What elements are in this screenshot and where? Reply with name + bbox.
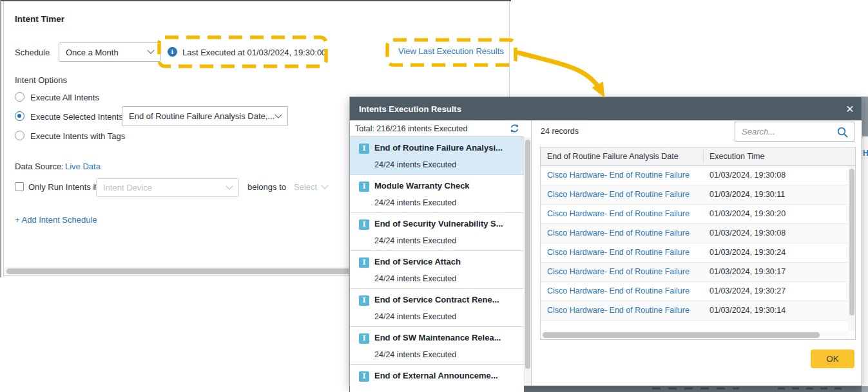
table-row: Cisco Hardware- End of Routine Failure 0… — [541, 301, 847, 321]
column-header-date: End of Routine Failure Analysis Date — [547, 152, 679, 161]
intent-list-item[interactable]: I End of Service Contract Rene... 24/24 … — [350, 289, 524, 327]
belongs-to-select-dropdown[interactable]: Select — [294, 182, 327, 192]
intent-list-item[interactable]: I End of Service Attach 24/24 intents Ex… — [350, 251, 524, 289]
intent-result-link[interactable]: Cisco Hardware- End of Routine Failure — [547, 209, 700, 218]
execution-time: 01/03/2024, 19:30:27 — [709, 286, 786, 295]
table-row: Cisco Hardware- End of Routine Failure 0… — [541, 263, 847, 282]
intent-status: 24/24 intents Executed — [374, 236, 456, 245]
page-title: Intent Timer — [15, 14, 64, 24]
selected-intents-dropdown[interactable]: End of Routine Failure Analysis Date,... — [122, 106, 288, 126]
total-executed-text: Total: 216/216 intents Executed — [355, 124, 467, 133]
search-box — [735, 122, 854, 142]
intent-icon: I — [359, 295, 369, 306]
info-icon: i — [168, 47, 177, 57]
intent-status: 24/24 intents Executed — [374, 160, 456, 169]
intent-status: 24/24 intents Executed — [374, 350, 456, 359]
intent-name: Module Warranty Check — [374, 181, 470, 191]
records-count: 24 records — [541, 127, 579, 136]
total-row: Total: 216/216 intents Executed — [350, 120, 524, 137]
table-row: Cisco Hardware- End of Routine Failure 0… — [541, 166, 847, 185]
intent-result-link[interactable]: Cisco Hardware- End of Routine Failure — [547, 229, 700, 238]
radio-execute-all-intents-label: Execute All Intents — [30, 93, 99, 102]
intent-status: 24/24 intents Executed — [374, 198, 456, 207]
data-source-link[interactable]: Live Data — [65, 162, 101, 171]
intent-list-item[interactable]: I End of Routine Failure Analysi... 24/2… — [350, 137, 524, 175]
schedule-dropdown[interactable]: Once a Month — [59, 42, 160, 62]
data-source-label: Data Source: — [15, 162, 64, 171]
intent-name: End of Service Attach — [374, 257, 461, 266]
schedule-dropdown-value: Once a Month — [66, 48, 119, 57]
intent-icon: I — [359, 371, 369, 382]
intent-result-link[interactable]: Cisco Hardware- End of Routine Failure — [547, 171, 700, 180]
execution-time: 01/03/2024, 19:30:24 — [709, 248, 786, 257]
radio-execute-selected-intents[interactable] — [15, 111, 24, 121]
radio-execute-intents-with-tags-label: Execute Intents with Tags — [30, 131, 125, 141]
background-fragment — [862, 386, 868, 392]
intent-list-item[interactable]: I End of SW Maintenance Relea... 24/24 i… — [350, 327, 524, 365]
intent-name: End of Service Contract Rene... — [374, 295, 499, 304]
intent-result-link[interactable]: Cisco Hardware- End of Routine Failure — [547, 306, 700, 315]
intent-result-link[interactable]: Cisco Hardware- End of Routine Failure — [547, 267, 700, 276]
ok-button[interactable]: OK — [811, 350, 854, 368]
intent-icon: I — [359, 333, 369, 344]
close-icon[interactable]: × — [846, 102, 854, 115]
dialog-header: Intents Execution Results × — [350, 97, 862, 120]
execution-time: 01/03/2024, 19:30:11 — [709, 190, 785, 199]
radio-execute-intents-with-tags[interactable] — [15, 131, 24, 140]
table-row: Cisco Hardware- End of Routine Failure 0… — [541, 205, 847, 224]
results-pane: 24 records End of Routine Failure Analys… — [532, 120, 862, 386]
intent-name: End of SW Maintenance Relea... — [374, 333, 501, 342]
radio-execute-selected-intents-label: Execute Selected Intents — [30, 112, 123, 122]
intent-result-link[interactable]: Cisco Hardware- End of Routine Failure — [547, 286, 700, 295]
radio-execute-all-intents[interactable] — [15, 92, 24, 102]
background-text-marks — [652, 387, 739, 389]
intent-list-item[interactable]: I End of External Announceme... — [350, 365, 524, 392]
execution-results-table: End of Routine Failure Analysis Date Exe… — [540, 147, 856, 340]
screen: Intent Timer Schedule Once a Month i Las… — [0, 0, 868, 392]
intents-execution-results-dialog: Intents Execution Results × Total: 216/2… — [349, 97, 862, 386]
table-row: Cisco Hardware- End of Routine Failure 0… — [541, 282, 847, 301]
intent-result-link[interactable]: Cisco Hardware- End of Routine Failure — [547, 190, 700, 199]
belongs-to-label: belongs to — [247, 182, 286, 192]
table-horizontal-scrollbar-thumb[interactable] — [543, 332, 820, 338]
table-row: Cisco Hardware- End of Routine Failure 0… — [541, 185, 847, 205]
column-divider — [703, 150, 704, 163]
intent-result-link[interactable]: Cisco Hardware- End of Routine Failure — [547, 248, 700, 257]
dialog-title: Intents Execution Results — [359, 104, 461, 114]
intent-list-item[interactable]: I End of Security Vulnerability S... 24/… — [350, 213, 524, 251]
intents-list-scrollbar[interactable] — [524, 137, 531, 386]
table-vertical-scrollbar[interactable] — [848, 166, 855, 331]
execution-time: 01/03/2024, 19:30:20 — [709, 209, 786, 218]
intent-device-dropdown[interactable]: Intent Device — [96, 178, 239, 197]
intent-options-label: Intent Options — [15, 75, 67, 85]
table-vertical-scrollbar-thumb[interactable] — [849, 169, 854, 315]
table-row: Cisco Hardware- End of Routine Failure 0… — [541, 243, 847, 263]
intent-device-placeholder: Intent Device — [103, 183, 152, 192]
column-header-time: Execution Time — [709, 152, 764, 161]
refresh-icon[interactable] — [509, 123, 520, 134]
add-intent-schedule-link[interactable]: + Add Intent Schedule — [15, 215, 97, 225]
intent-status: 24/24 intents Executed — [374, 312, 456, 321]
chevron-down-icon — [226, 182, 233, 189]
intent-icon: I — [359, 257, 369, 268]
intents-list-scrollbar-thumb[interactable] — [525, 140, 530, 369]
execution-time: 01/03/2024, 19:30:17 — [709, 267, 786, 276]
intent-name: End of Routine Failure Analysi... — [374, 143, 503, 153]
intents-list-pane: Total: 216/216 intents Executed I End of… — [350, 120, 532, 386]
intent-list-item[interactable]: I Module Warranty Check 24/24 intents Ex… — [350, 175, 524, 213]
table-header-row: End of Routine Failure Analysis Date Exe… — [541, 147, 855, 166]
intent-name: End of External Announceme... — [374, 371, 498, 380]
execution-time: 01/03/2024, 19:30:08 — [709, 171, 786, 180]
table-horizontal-scrollbar[interactable] — [541, 331, 848, 339]
belongs-to-select-placeholder: Select — [294, 182, 317, 192]
view-last-execution-results-link[interactable]: View Last Execution Results — [398, 46, 504, 56]
execution-time: 01/03/2024, 19:30:14 — [709, 306, 786, 315]
only-run-intents-checkbox[interactable] — [15, 182, 24, 191]
background-fragment — [862, 97, 868, 136]
chevron-down-icon — [147, 47, 154, 54]
search-icon[interactable] — [836, 126, 849, 138]
selected-intents-dropdown-value: End of Routine Failure Analysis Date,... — [129, 111, 275, 121]
background-text-marks — [778, 387, 842, 389]
intent-name: End of Security Vulnerability S... — [374, 219, 503, 229]
intent-status: 24/24 intents Executed — [374, 274, 456, 283]
